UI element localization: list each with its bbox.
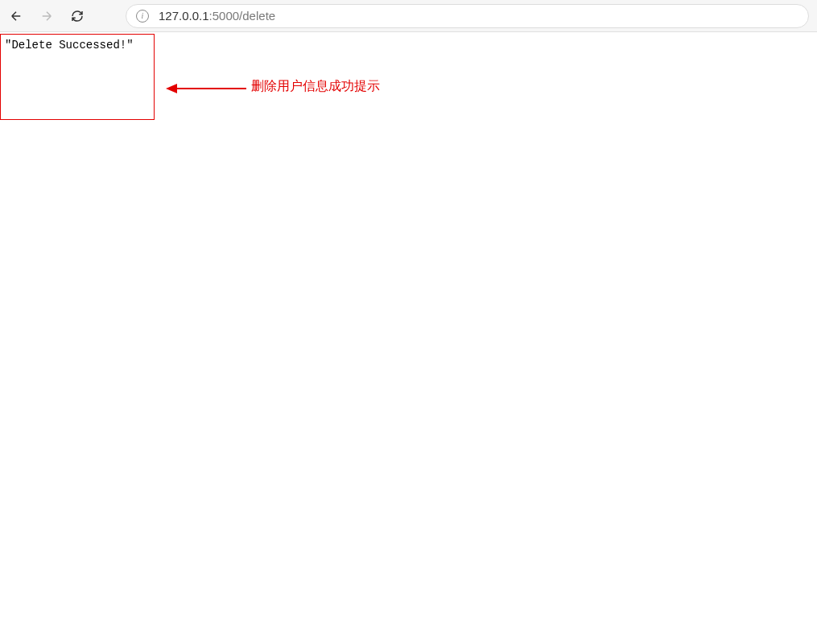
back-button[interactable]: [8, 8, 24, 24]
browser-toolbar: i 127.0.0.1:5000/delete: [0, 0, 817, 32]
annotation-arrow: [166, 83, 246, 97]
forward-button[interactable]: [39, 8, 55, 24]
info-icon[interactable]: i: [136, 10, 149, 23]
svg-marker-1: [166, 84, 177, 93]
address-bar[interactable]: i 127.0.0.1:5000/delete: [126, 4, 809, 28]
reload-icon: [70, 9, 85, 23]
arrow-left-icon: [9, 9, 23, 23]
url-host: 127.0.0.1: [159, 9, 209, 23]
arrow-left-icon: [166, 83, 246, 94]
arrow-right-icon: [39, 9, 54, 23]
url-text: 127.0.0.1:5000/delete: [159, 9, 275, 23]
page-content: "Delete Successed!": [0, 32, 817, 58]
nav-buttons: [8, 8, 85, 24]
response-message: "Delete Successed!": [5, 39, 134, 52]
reload-button[interactable]: [69, 8, 85, 24]
url-port-path: :5000/delete: [209, 9, 276, 23]
annotation-label: 删除用户信息成功提示: [251, 78, 380, 95]
